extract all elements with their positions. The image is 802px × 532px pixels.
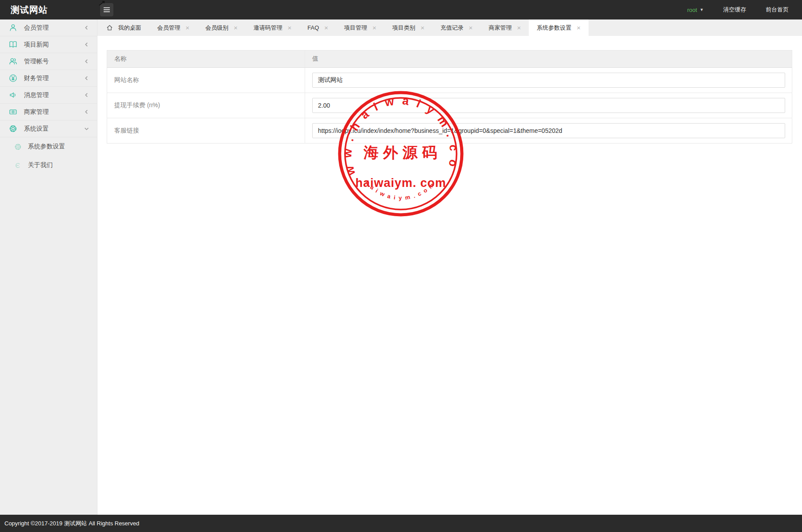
- chevron-left-icon: [84, 75, 89, 82]
- close-icon[interactable]: ×: [288, 24, 292, 31]
- sidebar-subitem-about-us[interactable]: 关于我们: [0, 156, 97, 175]
- column-header-name: 名称: [107, 50, 305, 68]
- sidebar-item-members[interactable]: 会员管理: [0, 19, 97, 36]
- sidebar-item-label: 消息管理: [24, 91, 49, 99]
- sidebar: 会员管理 项目新闻 管理帐号 财务管理: [0, 19, 97, 515]
- chevron-left-icon: [84, 109, 89, 116]
- sidebar-item-label: 商家管理: [24, 108, 49, 116]
- tab-invite-code[interactable]: 邀请码管理 ×: [246, 19, 300, 36]
- tab-project-category[interactable]: 项目类别 ×: [384, 19, 433, 36]
- gear-icon: [9, 124, 17, 133]
- sidebar-item-merchants[interactable]: 商家管理: [0, 104, 97, 120]
- tab-member-level[interactable]: 会员级别 ×: [198, 19, 246, 36]
- tab-label: FAQ: [307, 24, 319, 31]
- close-icon[interactable]: ×: [577, 24, 581, 31]
- sidebar-item-label: 会员管理: [24, 24, 49, 32]
- withdraw-fee-input[interactable]: [312, 98, 785, 113]
- chevron-left-icon: [84, 24, 89, 31]
- sidebar-item-admin-accounts[interactable]: 管理帐号: [0, 53, 97, 70]
- table-row: 网站名称: [107, 68, 792, 93]
- clear-cache-link[interactable]: 清空缓存: [723, 6, 746, 14]
- speaker-icon: [9, 91, 17, 99]
- chevron-left-icon: [84, 41, 89, 48]
- setting-label-site-name: 网站名称: [107, 68, 305, 93]
- settings-table: 名称 值 网站名称 提现手续费 (n%): [107, 50, 792, 144]
- chevron-down-icon: [84, 125, 89, 132]
- user-dropdown[interactable]: root ▼: [687, 7, 704, 13]
- sidebar-subitem-system-params[interactable]: 系统参数设置: [0, 137, 97, 156]
- tab-project-management[interactable]: 项目管理 ×: [336, 19, 384, 36]
- close-icon[interactable]: ×: [324, 24, 328, 31]
- chevron-left-icon: [84, 58, 89, 65]
- sidebar-item-label: 管理帐号: [24, 58, 49, 66]
- close-icon[interactable]: ×: [234, 24, 238, 31]
- tab-label: 会员管理: [157, 24, 180, 32]
- user-icon: [9, 23, 17, 32]
- sidebar-item-label: 财务管理: [24, 74, 49, 82]
- sidebar-subitem-label: 关于我们: [28, 161, 53, 169]
- service-link-input[interactable]: [312, 123, 785, 138]
- app-logo: 测试网站: [0, 4, 97, 16]
- sidebar-item-project-news[interactable]: 项目新闻: [0, 36, 97, 53]
- username: root: [687, 7, 697, 13]
- close-icon[interactable]: ×: [372, 24, 376, 31]
- tab-system-params[interactable]: 系统参数设置 ×: [529, 19, 589, 36]
- close-icon[interactable]: ×: [517, 24, 521, 31]
- tab-label: 项目管理: [344, 24, 367, 32]
- tab-label: 我的桌面: [118, 24, 141, 32]
- sidebar-item-finance[interactable]: 财务管理: [0, 70, 97, 87]
- table-row: 提现手续费 (n%): [107, 93, 792, 118]
- close-icon[interactable]: ×: [421, 24, 425, 31]
- setting-label-withdraw-fee: 提现手续费 (n%): [107, 93, 305, 118]
- yen-circle-icon: [9, 74, 17, 82]
- main-area: 我的桌面 会员管理 × 会员级别 × 邀请码管理 × FAQ × 项目管理 ×: [97, 19, 802, 515]
- book-icon: [9, 40, 17, 49]
- tab-merchant-management[interactable]: 商家管理 ×: [480, 19, 529, 36]
- site-name-input[interactable]: [312, 73, 785, 88]
- tab-label: 充值记录: [441, 24, 464, 32]
- copyright-text: Copyright ©2017-2019 测试网站 All Rights Res…: [4, 520, 139, 528]
- tab-label: 系统参数设置: [537, 24, 571, 32]
- about-icon: [14, 162, 22, 169]
- setting-label-service-link: 客服链接: [107, 118, 305, 144]
- content-panel: 名称 值 网站名称 提现手续费 (n%): [97, 36, 802, 515]
- chevron-left-icon: [84, 92, 89, 99]
- banknote-icon: [9, 108, 17, 116]
- tab-my-desktop[interactable]: 我的桌面: [98, 19, 149, 36]
- close-icon[interactable]: ×: [469, 24, 473, 31]
- users-icon: [9, 57, 17, 66]
- tab-faq[interactable]: FAQ ×: [299, 19, 336, 36]
- tab-label: 邀请码管理: [254, 24, 283, 32]
- sidebar-item-system-settings[interactable]: 系统设置: [0, 120, 97, 137]
- topbar: 测试网站 root ▼ 清空缓存 前台首页: [0, 0, 802, 19]
- sidebar-item-label: 项目新闻: [24, 41, 49, 49]
- front-home-link[interactable]: 前台首页: [766, 6, 789, 14]
- mouse-cursor-icon: [98, 0, 107, 8]
- tab-label: 会员级别: [205, 24, 229, 32]
- caret-down-icon: ▼: [700, 8, 704, 12]
- tab-member-management[interactable]: 会员管理 ×: [149, 19, 198, 36]
- tab-label: 商家管理: [488, 24, 511, 32]
- table-row: 客服链接: [107, 118, 792, 144]
- home-icon: [106, 24, 113, 31]
- sidebar-item-label: 系统设置: [24, 125, 49, 133]
- sidebar-subitem-label: 系统参数设置: [28, 143, 65, 151]
- footer: Copyright ©2017-2019 测试网站 All Rights Res…: [0, 515, 802, 532]
- close-icon[interactable]: ×: [186, 24, 190, 31]
- tab-bar: 我的桌面 会员管理 × 会员级别 × 邀请码管理 × FAQ × 项目管理 ×: [97, 19, 802, 36]
- sidebar-item-messages[interactable]: 消息管理: [0, 87, 97, 104]
- column-header-value: 值: [305, 50, 792, 68]
- tab-label: 项目类别: [392, 24, 415, 32]
- gear-icon: [14, 143, 22, 151]
- tab-recharge-records[interactable]: 充值记录 ×: [433, 19, 481, 36]
